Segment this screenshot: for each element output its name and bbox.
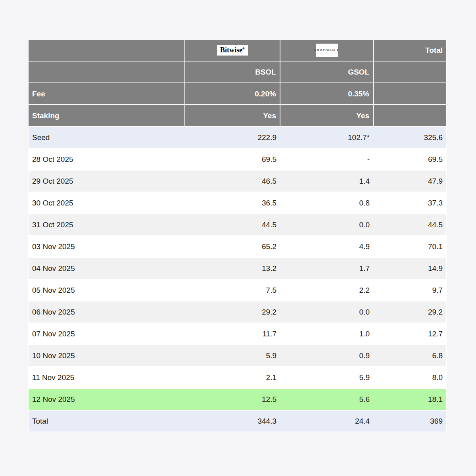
row-label: 04 Nov 2025	[28, 257, 185, 279]
row-label: 05 Nov 2025	[28, 279, 185, 301]
row-label: 29 Oct 2025	[28, 170, 185, 192]
gsol-value: 0.9	[280, 345, 373, 367]
table-row: 03 Nov 2025 65.2 4.9 70.1	[28, 236, 447, 257]
row-label: 30 Oct 2025	[28, 192, 185, 214]
row-label: 31 Oct 2025	[28, 214, 185, 236]
gsol-value: 5.9	[280, 367, 373, 388]
bsol-value: 69.5	[185, 148, 280, 170]
row-label: 07 Nov 2025	[28, 323, 185, 345]
total-value: 29.2	[373, 301, 447, 323]
gsol-value: 1.7	[280, 257, 373, 279]
table-row: 31 Oct 2025 44.5 0.0 44.5	[28, 214, 447, 236]
gsol-value: 0.0	[280, 214, 373, 236]
total-value: 37.3	[373, 192, 447, 214]
staking-gsol: Yes	[280, 105, 373, 127]
row-label: 11 Nov 2025	[28, 367, 185, 388]
total-value: 70.1	[373, 236, 447, 257]
table-row: 04 Nov 2025 13.2 1.7 14.9	[28, 257, 447, 279]
table-row: 11 Nov 2025 2.1 5.9 8.0	[28, 367, 447, 388]
bsol-value: 7.5	[185, 279, 280, 301]
bsol-value: 44.5	[185, 214, 280, 236]
ticker-gsol: GSOL	[280, 61, 373, 83]
total-row: Total 344.3 24.4 369	[28, 410, 447, 432]
bsol-value: 36.5	[185, 192, 280, 214]
bsol-value: 11.7	[185, 323, 280, 345]
ticker-bsol: BSOL	[185, 61, 280, 83]
fee-row: Fee 0.20% 0.35%	[28, 83, 447, 105]
row-label: 12 Nov 2025	[28, 388, 185, 410]
table-row: 06 Nov 2025 29.2 0.0 29.2	[28, 301, 447, 323]
row-label: 10 Nov 2025	[28, 345, 185, 367]
bsol-value: 65.2	[185, 236, 280, 257]
row-label: 03 Nov 2025	[28, 236, 185, 257]
header-spacer-cell	[373, 83, 447, 105]
bsol-value: 344.3	[185, 410, 280, 432]
header-spacer-cell	[373, 105, 447, 127]
bsol-value: 5.9	[185, 345, 280, 367]
bsol-value: 12.5	[185, 388, 280, 410]
bsol-value: 29.2	[185, 301, 280, 323]
gsol-value: 2.2	[280, 279, 373, 301]
total-value: 44.5	[373, 214, 447, 236]
staking-label: Staking	[28, 105, 185, 127]
table-row: 29 Oct 2025 46.5 1.4 47.9	[28, 170, 447, 192]
table-row: 07 Nov 2025 11.7 1.0 12.7	[28, 323, 447, 345]
registered-mark: ®	[242, 47, 245, 50]
total-value: 6.8	[373, 345, 447, 367]
table-row: 10 Nov 2025 5.9 0.9 6.8	[28, 345, 447, 367]
grayscale-logo: GRAYSCALE	[316, 44, 338, 57]
seed-row: Seed 222.9 102.7* 325.6	[28, 127, 447, 148]
total-value: 8.0	[373, 367, 447, 388]
total-value: 9.7	[373, 279, 447, 301]
gsol-value: 0.0	[280, 301, 373, 323]
table-row: 28 Oct 2025 69.5 - 69.5	[28, 148, 447, 170]
gsol-value: 102.7*	[280, 127, 373, 148]
gsol-value: 1.0	[280, 323, 373, 345]
gsol-value: 5.6	[280, 388, 373, 410]
ticker-row: BSOL GSOL	[28, 61, 447, 83]
bsol-value: 2.1	[185, 367, 280, 388]
issuer-logo-row: Bitwise® GRAYSCALE Total	[28, 39, 447, 61]
gsol-value: -	[280, 148, 373, 170]
bsol-value: 46.5	[185, 170, 280, 192]
gsol-value: 4.9	[280, 236, 373, 257]
fee-bsol: 0.20%	[185, 83, 280, 105]
total-value: 69.5	[373, 148, 447, 170]
header-spacer-cell	[373, 61, 447, 83]
total-value: 12.7	[373, 323, 447, 345]
table-row: 30 Oct 2025 36.5 0.8 37.3	[28, 192, 447, 214]
table-row: 05 Nov 2025 7.5 2.2 9.7	[28, 279, 447, 301]
fee-label: Fee	[28, 83, 185, 105]
row-label: Seed	[28, 127, 185, 148]
total-value: 325.6	[373, 127, 447, 148]
total-value: 14.9	[373, 257, 447, 279]
total-value: 369	[373, 410, 447, 432]
header-spacer-cell	[28, 61, 185, 83]
bitwise-logo: Bitwise®	[217, 45, 248, 56]
bsol-value: 222.9	[185, 127, 280, 148]
row-label: Total	[28, 410, 185, 432]
gsol-value: 24.4	[280, 410, 373, 432]
grayscale-header-cell: GRAYSCALE	[280, 39, 373, 61]
etf-flows-table: Bitwise® GRAYSCALE Total BSOL GSOL Fee 0…	[28, 39, 447, 432]
total-column-header: Total	[373, 39, 447, 61]
gsol-value: 0.8	[280, 192, 373, 214]
bitwise-header-cell: Bitwise®	[185, 39, 280, 61]
staking-bsol: Yes	[185, 105, 280, 127]
row-label: 28 Oct 2025	[28, 148, 185, 170]
fee-gsol: 0.35%	[280, 83, 373, 105]
gsol-value: 1.4	[280, 170, 373, 192]
bsol-value: 13.2	[185, 257, 280, 279]
total-value: 18.1	[373, 388, 447, 410]
highlighted-latest-row: 12 Nov 2025 12.5 5.6 18.1	[28, 388, 447, 410]
header-spacer-cell	[28, 39, 185, 61]
page-background: Bitwise® GRAYSCALE Total BSOL GSOL Fee 0…	[0, 0, 476, 476]
row-label: 06 Nov 2025	[28, 301, 185, 323]
staking-row: Staking Yes Yes	[28, 105, 447, 127]
total-value: 47.9	[373, 170, 447, 192]
